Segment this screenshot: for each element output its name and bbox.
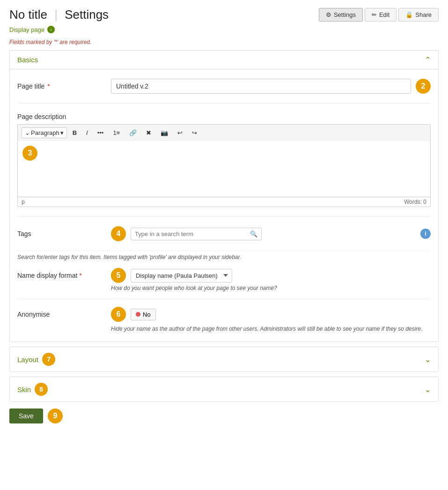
anonymise-control: 6 No <box>111 307 156 322</box>
step-4-badge: 4 <box>111 226 126 241</box>
title-text: No title <box>9 7 47 22</box>
anonymise-label: Anonymise <box>17 311 111 318</box>
edit-label: Edit <box>379 11 389 18</box>
page-title-required: * <box>47 82 50 90</box>
step-5-badge: 5 <box>111 268 126 283</box>
arrow-circle-icon: › <box>47 26 55 33</box>
page-description-label: Page description <box>17 113 431 120</box>
link-button[interactable]: 🔗 <box>125 127 140 138</box>
name-format-hint: How do you want people who look at your … <box>111 285 431 291</box>
name-format-control: 5 Display name (Paula Paulsen) <box>111 268 232 283</box>
step-7-badge: 7 <box>42 353 55 366</box>
paragraph-label: Paragraph <box>31 129 59 136</box>
desc-editor-col: ⌄ Paragraph ▾ B I ••• 1≡ 🔗 ✖ 📷 ↩ <box>17 124 431 207</box>
unordered-list-button[interactable]: ••• <box>94 127 108 138</box>
tags-row: Tags 4 🔍 i <box>17 226 431 251</box>
editor-footer: p Words: 0 <box>17 197 431 207</box>
name-format-select[interactable]: Display name (Paula Paulsen) <box>131 269 232 282</box>
page-title-control: 2 <box>111 79 431 94</box>
skin-section-title: Skin 8 <box>17 383 48 396</box>
tags-label: Tags <box>17 226 111 238</box>
name-format-label: Name display format * <box>17 272 111 279</box>
settings-button[interactable]: ⚙ Settings <box>319 8 363 22</box>
tags-search-box: 🔍 <box>131 228 262 240</box>
header-buttons: ⚙ Settings ✏ Edit 🔒 Share <box>319 8 439 22</box>
tags-right: 4 🔍 i <box>111 226 431 241</box>
basics-panel: Basics ⌃ Page title * 2 Page description <box>9 50 439 342</box>
anonymise-value: No <box>143 311 151 318</box>
step-8-badge: 8 <box>35 383 48 396</box>
bold-button[interactable]: B <box>69 127 81 138</box>
dropdown-arrow-icon: ▾ <box>60 129 64 136</box>
pencil-icon: ✏ <box>372 11 377 18</box>
layout-section-header[interactable]: Layout 7 ⌄ <box>10 347 438 371</box>
gear-icon: ⚙ <box>326 11 331 18</box>
anonymise-toggle[interactable]: No <box>131 309 156 320</box>
display-page-label: Display page <box>9 26 44 33</box>
display-page-link[interactable]: Display page › <box>9 26 439 33</box>
page-description-section: Page description ⌄ Paragraph ▾ B I ••• <box>17 113 431 217</box>
step-6-badge: 6 <box>111 307 126 322</box>
unlink-button[interactable]: ✖ <box>142 127 155 138</box>
anonymise-row: Anonymise 6 No <box>17 307 431 322</box>
undo-button[interactable]: ↩ <box>174 127 186 138</box>
settings-label: Settings <box>334 11 356 18</box>
name-format-section: Name display format * 5 Display name (Pa… <box>17 268 431 299</box>
basics-section-body: Page title * 2 Page description ⌄ <box>10 69 438 342</box>
page-title-row: Page title * 2 <box>17 79 431 104</box>
step-3-badge: 3 <box>22 146 37 161</box>
word-count: Words: 0 <box>404 199 426 205</box>
layout-chevron-down-icon: ⌄ <box>425 355 431 364</box>
chevron-down-icon: ⌄ <box>25 129 30 136</box>
paragraph-dropdown[interactable]: ⌄ Paragraph ▾ <box>22 127 67 138</box>
edit-button[interactable]: ✏ Edit <box>365 8 397 22</box>
italic-button[interactable]: I <box>82 127 92 138</box>
desc-editor-wrapper: ⌄ Paragraph ▾ B I ••• 1≡ 🔗 ✖ 📷 ↩ <box>17 124 431 207</box>
tags-info-icon[interactable]: i <box>420 229 431 239</box>
anonymise-section: Anonymise 6 No Hide your name as the aut… <box>17 307 431 332</box>
p-indicator: p <box>22 199 25 205</box>
basics-section-header[interactable]: Basics ⌃ <box>10 51 438 69</box>
skin-chevron-down-icon: ⌄ <box>425 385 431 394</box>
search-icon: 🔍 <box>250 230 257 238</box>
basics-chevron-up-icon: ⌃ <box>425 55 431 64</box>
step-2-badge: 2 <box>416 79 431 94</box>
title-separator: | <box>54 7 61 22</box>
anonymise-hint: Hide your name as the author of the page… <box>111 326 431 332</box>
save-button[interactable]: Save <box>9 408 43 423</box>
subtitle-text: Settings <box>65 7 109 22</box>
page-title-input[interactable] <box>111 79 411 94</box>
lock-icon: 🔒 <box>405 11 413 18</box>
tags-search-input[interactable] <box>135 230 250 238</box>
description-editor-area[interactable]: 3 <box>17 141 431 197</box>
save-row: Save 9 <box>9 408 439 423</box>
name-format-row: Name display format * 5 Display name (Pa… <box>17 268 431 283</box>
share-button[interactable]: 🔒 Share <box>398 8 439 22</box>
skin-panel: Skin 8 ⌄ <box>9 377 439 402</box>
ordered-list-button[interactable]: 1≡ <box>109 127 124 138</box>
redo-button[interactable]: ↪ <box>188 127 201 138</box>
page-title: No title | Settings <box>9 7 109 22</box>
required-note: Fields marked by '*' are required. <box>9 39 439 45</box>
basics-section-title: Basics <box>17 56 38 64</box>
toggle-dot-icon <box>136 312 140 317</box>
skin-section-header[interactable]: Skin 8 ⌄ <box>10 377 438 401</box>
image-button[interactable]: 📷 <box>157 127 172 138</box>
tags-hint: Search for/enter tags for this item. Ite… <box>17 254 431 260</box>
page-title-label: Page title * <box>17 79 111 90</box>
layout-panel: Layout 7 ⌄ <box>9 347 439 372</box>
step-9-badge: 9 <box>48 408 63 423</box>
layout-section-title: Layout 7 <box>17 353 55 366</box>
editor-toolbar: ⌄ Paragraph ▾ B I ••• 1≡ 🔗 ✖ 📷 ↩ <box>17 124 431 141</box>
share-label: Share <box>415 11 432 18</box>
